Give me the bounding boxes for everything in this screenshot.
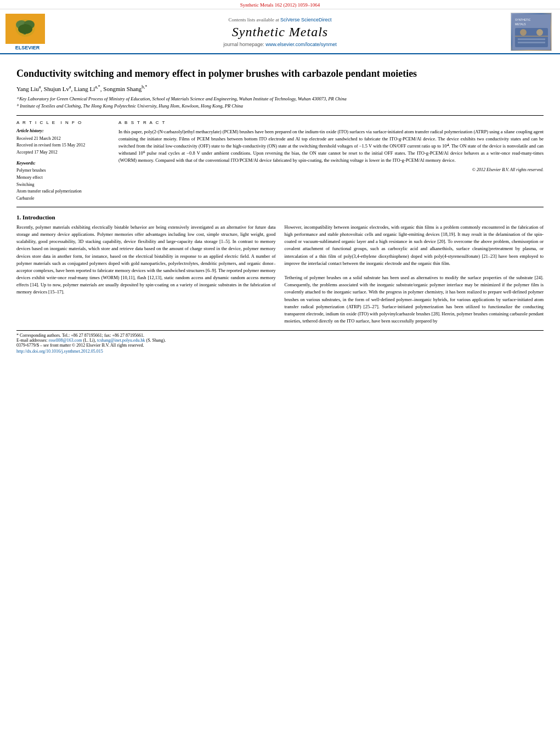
elsevier-label: ELSEVIER <box>5 45 49 50</box>
email-2[interactable]: tcshang@inet.polyu.edu.hk <box>97 338 145 343</box>
divider-2 <box>16 207 544 207</box>
sciverse-line: Contents lists available at SciVerse Sci… <box>49 17 511 22</box>
article-history-label: Article history: <box>16 128 110 133</box>
abstract-heading: A B S T R A C T <box>118 120 544 125</box>
body-col-right: However, incompatibility between inorgan… <box>285 224 544 325</box>
body-col-left: Recently, polymer materials exhibiting e… <box>16 224 276 325</box>
footnote-email: E-mail addresses: rosell08@163.com (L. L… <box>16 338 544 343</box>
journal-title: Synthetic Metals <box>49 25 511 39</box>
affiliation-b: ᵇ Institute of Textiles and Clothing, Th… <box>16 103 544 110</box>
svg-rect-12 <box>518 38 545 40</box>
email-1[interactable]: rosell08@163.com <box>49 338 82 343</box>
svg-point-10 <box>520 29 527 36</box>
body-two-col: Recently, polymer materials exhibiting e… <box>16 224 544 325</box>
elsevier-logo-section: ELSEVIER <box>5 14 49 50</box>
article-info-heading: A R T I C L E I N F O <box>16 120 110 125</box>
article-title: Conductivity switching and memory effect… <box>16 67 544 80</box>
issn-line: 0379-6779/$ – see front matter © 2012 El… <box>16 343 544 348</box>
intro-para-3: Tethering of polymer brushes on a solid … <box>285 274 544 325</box>
svg-rect-13 <box>518 42 545 43</box>
cover-image: SYNTHETIC METALS <box>511 13 552 51</box>
footnote-star: * Corresponding authors. Tel.: +86 27 87… <box>16 333 544 338</box>
authors-line: Yang Liua, Shujun Lva, Liang Lia,*, Song… <box>16 84 544 92</box>
article-info-abstract: A R T I C L E I N F O Article history: R… <box>16 120 544 202</box>
received-date: Received 21 March 2012 <box>16 135 110 143</box>
intro-para-2: However, incompatibility between inorgan… <box>285 224 544 267</box>
affiliation-a: ᵃ Key Laboratory for Green Chemical Proc… <box>16 95 544 103</box>
svg-point-11 <box>536 29 543 36</box>
abstract-col: A B S T R A C T In this paper, poly(2-(N… <box>118 120 544 202</box>
divider <box>16 115 544 116</box>
elsevier-tree-icon <box>12 17 39 40</box>
footnote-section: * Corresponding authors. Tel.: +86 27 87… <box>16 330 544 354</box>
keyword-4: Atom transfer radical polymerization <box>16 188 110 195</box>
accepted-date: Accepted 17 May 2012 <box>16 149 110 156</box>
doi-link[interactable]: http://dx.doi.org/10.1016/j.synthmet.201… <box>16 349 103 354</box>
homepage-label: journal homepage: <box>223 42 264 47</box>
introduction-section: 1. Introduction Recently, polymer materi… <box>16 214 544 325</box>
section-1-title: 1. Introduction <box>16 214 544 220</box>
keyword-3: Switching <box>16 182 110 189</box>
keyword-2: Memory effect <box>16 174 110 182</box>
article-info-col: A R T I C L E I N F O Article history: R… <box>16 120 110 202</box>
keywords-section: Keywords: Polymer brushes Memory effect … <box>16 161 110 202</box>
usually-word: usually <box>105 282 119 287</box>
journal-reference: Synthetic Metals 162 (2012) 1059–1064 <box>0 0 560 9</box>
doi-line: http://dx.doi.org/10.1016/j.synthmet.201… <box>16 349 544 354</box>
sciverse-link[interactable]: SciVerse ScienceDirect <box>280 17 332 22</box>
article-body: Conductivity switching and memory effect… <box>0 54 560 359</box>
keyword-5: Carbazole <box>16 195 110 202</box>
journal-thumbnail: SYNTHETIC METALS <box>511 13 555 51</box>
keywords-label: Keywords: <box>16 161 110 166</box>
elsevier-logo-box <box>5 14 45 44</box>
keyword-1: Polymer brushes <box>16 167 110 174</box>
svg-text:SYNTHETIC: SYNTHETIC <box>515 18 531 21</box>
revised-date: Received in revised form 15 May 2012 <box>16 142 110 149</box>
svg-point-4 <box>18 24 32 34</box>
intro-para-1: Recently, polymer materials exhibiting e… <box>16 224 276 296</box>
copyright: © 2012 Elsevier B.V. All rights reserved… <box>118 167 544 172</box>
svg-rect-8 <box>515 28 548 47</box>
journal-center-header: Contents lists available at SciVerse Sci… <box>49 17 511 47</box>
svg-text:METALS: METALS <box>515 22 526 26</box>
abstract-text: In this paper, poly(2-(N-carbazolyl)ethy… <box>118 128 544 165</box>
homepage-url[interactable]: www.elsevier.com/locate/synmet <box>265 42 337 47</box>
affiliations: ᵃ Key Laboratory for Green Chemical Proc… <box>16 95 544 110</box>
homepage-line: journal homepage: www.elsevier.com/locat… <box>49 42 511 47</box>
journal-header: ELSEVIER Contents lists available at Sci… <box>0 9 560 54</box>
